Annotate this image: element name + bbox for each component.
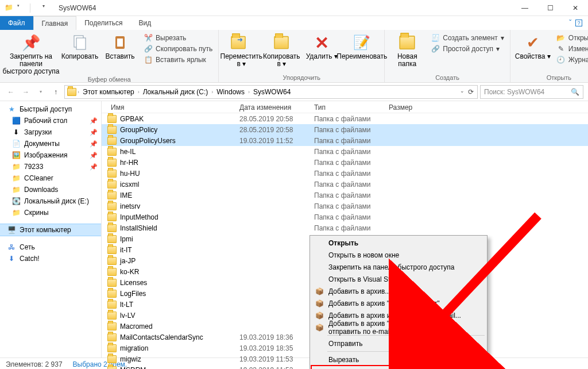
winrar-icon: 📦 bbox=[315, 311, 324, 320]
sidebar-item[interactable]: 📁CCleaner bbox=[0, 172, 101, 184]
delete-button[interactable]: ✕Удалить ▾ bbox=[301, 31, 342, 60]
context-menu: Открыть Открыть в новом окне Закрепить н… bbox=[310, 235, 488, 369]
sidebar-item[interactable]: 🟦Рабочий стол📌 bbox=[0, 115, 101, 126]
paste-button[interactable]: Вставить bbox=[100, 31, 140, 60]
sidebar-network[interactable]: 🖧Сеть bbox=[0, 241, 101, 253]
ctx-open[interactable]: Открыть bbox=[311, 237, 486, 249]
maximize-button[interactable]: ☐ bbox=[537, 0, 563, 16]
table-row[interactable]: hu-HUПапка с файлами bbox=[102, 168, 588, 179]
address-bar[interactable]: › Этот компьютер› Локальный диск (C:)› W… bbox=[64, 85, 478, 99]
sidebar-catch[interactable]: ⬇Catch! bbox=[0, 253, 101, 264]
navbar: ← → ▾ ↑ › Этот компьютер› Локальный диск… bbox=[0, 83, 588, 101]
open-button[interactable]: 📂Открыть ▾ bbox=[556, 33, 588, 43]
edit-button[interactable]: ✎Изменить bbox=[556, 44, 588, 53]
nav-forward-button[interactable]: → bbox=[20, 86, 32, 98]
tab-home[interactable]: Главная bbox=[33, 16, 77, 30]
nav-recent-button[interactable]: ▾ bbox=[34, 86, 47, 98]
sidebar-item[interactable]: ⬇Загрузки📌 bbox=[0, 126, 101, 138]
table-row[interactable]: he-ILПапка с файлами bbox=[102, 146, 588, 157]
window-title: SysWOW64 bbox=[59, 4, 96, 12]
minimize-button[interactable]: — bbox=[512, 0, 537, 16]
rename-button[interactable]: 📝Переименовать bbox=[342, 31, 382, 60]
ctx-send-to[interactable]: Отправить▶ bbox=[311, 337, 486, 349]
new-item-button[interactable]: 🧾Создать элемент ▾ bbox=[431, 33, 504, 43]
table-row[interactable]: inetsrvПапка с файлами bbox=[102, 201, 588, 212]
move-to-button[interactable]: ➜Переместить в ▾ bbox=[221, 31, 261, 68]
pin-quick-access-button[interactable]: 📌 Закрепить на панели быстрого доступа bbox=[2, 31, 60, 76]
search-input[interactable]: Поиск: SysWOW64 🔍 bbox=[480, 85, 583, 99]
table-row[interactable]: icsxmlПапка с файлами bbox=[102, 179, 588, 190]
sidebar-item[interactable]: 💽Локальный диск (E:) bbox=[0, 195, 101, 207]
properties-button[interactable]: ✔Свойства ▾ bbox=[513, 31, 553, 60]
tab-file[interactable]: Файл bbox=[0, 16, 33, 30]
qat-dropdown-icon[interactable]: ▾ bbox=[17, 3, 26, 13]
ctx-add-archive[interactable]: 📦Добавить в архив... bbox=[311, 285, 486, 297]
tab-share[interactable]: Поделиться bbox=[76, 16, 130, 30]
refresh-icon[interactable]: ⟳ bbox=[468, 88, 474, 96]
status-total: Элементов: 2 937 bbox=[6, 360, 63, 368]
ctx-cut[interactable]: Вырезать bbox=[311, 353, 486, 366]
table-row[interactable]: GroupPolicyUsers19.03.2019 11:52Папка с … bbox=[102, 135, 588, 146]
new-folder-button[interactable]: Новая папка bbox=[387, 31, 427, 68]
table-row[interactable]: InputMethodПапка с файлами bbox=[102, 212, 588, 222]
ctx-copy[interactable]: Копировать bbox=[311, 366, 486, 369]
history-button[interactable]: 🕘Журнал bbox=[556, 55, 588, 64]
sidebar-item[interactable]: 📁79233📌 bbox=[0, 161, 101, 172]
sidebar-this-pc[interactable]: 🖥️Этот компьютер bbox=[0, 224, 101, 236]
table-row[interactable]: GPBAK28.05.2019 20:58Папка с файлами bbox=[102, 113, 588, 124]
table-row[interactable]: IMEПапка с файлами bbox=[102, 190, 588, 201]
folder-icon bbox=[67, 88, 76, 96]
nav-up-button[interactable]: ↑ bbox=[49, 86, 62, 98]
close-button[interactable]: ✕ bbox=[563, 0, 588, 16]
titlebar: 📁 ▾ ▾ SysWOW64 — ☐ ✕ bbox=[0, 0, 588, 16]
column-headers[interactable]: Имя Дата изменения Тип Размер bbox=[102, 101, 588, 113]
cut-button[interactable]: ✂️Вырезать bbox=[144, 33, 212, 43]
copy-to-button[interactable]: Копировать в ▾ bbox=[261, 31, 301, 68]
svg-rect-3 bbox=[117, 39, 123, 47]
table-row[interactable]: hr-HRПапка с файлами bbox=[102, 157, 588, 168]
ribbon-collapse-icon[interactable]: ˇ ? bbox=[563, 16, 588, 30]
sidebar-quick-access[interactable]: ★Быстрый доступ bbox=[0, 103, 101, 115]
ribbon-tabs: Файл Главная Поделиться Вид ˇ ? bbox=[0, 16, 588, 30]
sidebar: ★Быстрый доступ 🟦Рабочий стол📌⬇Загрузки📌… bbox=[0, 101, 102, 358]
copy-button[interactable]: Копировать bbox=[60, 31, 100, 60]
winrar-icon: 📦 bbox=[315, 299, 324, 308]
sidebar-item[interactable]: 🖼️Изображения📌 bbox=[0, 149, 101, 161]
easy-access-button[interactable]: 🔗Простой доступ ▾ bbox=[431, 44, 504, 53]
paste-shortcut-button[interactable]: 📋Вставить ярлык bbox=[144, 55, 212, 64]
ctx-open-vs[interactable]: Открыть в Visual Studio bbox=[311, 273, 486, 285]
sidebar-item[interactable]: 📄Документы📌 bbox=[0, 138, 101, 149]
ribbon: 📌 Закрепить на панели быстрого доступа К… bbox=[0, 30, 588, 83]
winrar-icon: 📦 bbox=[315, 287, 324, 296]
folder-icon: 📁 bbox=[5, 3, 14, 13]
tab-view[interactable]: Вид bbox=[130, 16, 159, 30]
ctx-pin-quick[interactable]: Закрепить на панели быстрого доступа bbox=[311, 261, 486, 273]
chevron-right-icon: ▶ bbox=[471, 340, 475, 347]
copy-path-button[interactable]: 🔗Скопировать путь bbox=[144, 44, 212, 53]
ctx-open-new-window[interactable]: Открыть в новом окне bbox=[311, 249, 486, 261]
quick-access-toolbar: 📁 ▾ ▾ bbox=[0, 3, 52, 13]
sidebar-item[interactable]: 📁Downloads bbox=[0, 184, 101, 195]
ctx-rar-email[interactable]: 📦Добавить в архив "SysWOW64.rar" и отпра… bbox=[311, 321, 486, 333]
winrar-icon: 📦 bbox=[315, 323, 324, 332]
nav-back-button[interactable]: ← bbox=[5, 86, 17, 98]
table-row[interactable]: GroupPolicy28.05.2019 20:58Папка с файла… bbox=[102, 124, 588, 135]
table-row[interactable]: InstallShieldПапка с файлами bbox=[102, 222, 588, 233]
file-list: Имя Дата изменения Тип Размер GPBAK28.05… bbox=[102, 101, 588, 358]
svg-rect-1 bbox=[76, 38, 86, 49]
group-clipboard-label: Буфер обмена bbox=[2, 76, 216, 84]
search-icon: 🔍 bbox=[571, 88, 579, 96]
ctx-add-rar[interactable]: 📦Добавить в архив "SysWOW64.rar" bbox=[311, 297, 486, 309]
sidebar-item[interactable]: 📁Скрины bbox=[0, 207, 101, 218]
addr-dropdown-icon[interactable]: ⌄ bbox=[460, 88, 465, 96]
